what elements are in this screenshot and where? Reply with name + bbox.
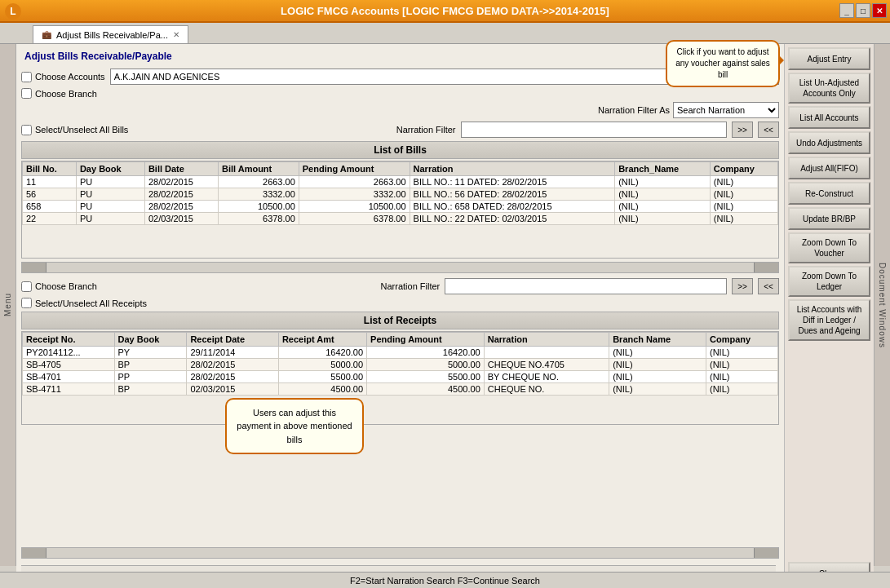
- bills-hscroll[interactable]: [21, 262, 779, 273]
- cell-narration: BILL NO.: 11 DATED: 28/02/2015: [410, 176, 615, 188]
- receipts-hscroll[interactable]: [21, 547, 779, 559]
- adjust-all-fifo-button[interactable]: Adjust All(FIFO): [788, 157, 870, 179]
- table-row[interactable]: PY2014112... PY 29/11/2014 16420.00 1642…: [23, 347, 778, 359]
- table-row[interactable]: SB-4711 BP 02/03/2015 4500.00 4500.00 CH…: [23, 383, 778, 396]
- cell-bill-amount: 6378.00: [218, 213, 299, 225]
- cell-receipt-no: SB-4701: [23, 371, 115, 383]
- list-all-accounts-button[interactable]: List All Accounts: [788, 106, 870, 129]
- cell-receipt-narration: [484, 347, 609, 359]
- col-pending-amount: Pending Amount: [299, 162, 410, 176]
- cell-bill-no: 22: [23, 213, 77, 225]
- cell-receipt-narration: CHEQUE NO.4705: [484, 359, 609, 371]
- cell-receipt-date: 02/03/2015: [187, 383, 278, 396]
- right-panel: Click if you want to adjust any voucher …: [784, 44, 874, 588]
- cell-narration: BILL NO.: 56 DATED: 28/02/2015: [410, 188, 615, 201]
- col-branch-name: Branch_Name: [615, 162, 711, 176]
- tab-close-button[interactable]: ✕: [173, 30, 179, 39]
- receipts-section-header: List of Receipts: [21, 312, 779, 329]
- select-unselect-receipts-checkbox[interactable]: [21, 298, 32, 308]
- choose-branch-checkbox-label[interactable]: Choose Branch: [21, 88, 97, 99]
- main-content: Adjust Bills Receivable/Payable Choose A…: [16, 44, 874, 588]
- cell-receipt-company: (NIL): [706, 383, 778, 396]
- receipts-table-scroll[interactable]: Receipt No. Day Book Receipt Date Receip…: [21, 331, 779, 425]
- close-window-button[interactable]: ✕: [872, 3, 887, 18]
- cell-pending-amount: 3332.00: [299, 188, 410, 201]
- choose-accounts-checkbox[interactable]: [21, 72, 32, 82]
- cell-company: (NIL): [710, 176, 777, 188]
- table-row[interactable]: SB-4705 BP 28/02/2015 5000.00 5000.00 CH…: [23, 359, 778, 371]
- narration-filter-input-bills[interactable]: [461, 122, 727, 138]
- choose-branch-checkbox[interactable]: [21, 88, 32, 99]
- cell-pending-amount: 6378.00: [299, 213, 410, 225]
- choose-accounts-checkbox-label[interactable]: Choose Accounts: [21, 72, 105, 82]
- select-unselect-bills-label[interactable]: Select/Unselect All Bills: [21, 125, 128, 135]
- select-unselect-receipts-label[interactable]: Select/Unselect All Receipts: [21, 298, 147, 308]
- cell-receipt-pending: 5500.00: [367, 371, 485, 383]
- cell-receipt-amt: 5500.00: [278, 371, 366, 383]
- receipts-choose-branch-checkbox[interactable]: [21, 281, 32, 292]
- cell-receipt-amt: 4500.00: [278, 383, 366, 396]
- title-bar: L LOGIC FMCG Accounts [LOGIC FMCG DEMO D…: [0, 0, 890, 23]
- narration-filter-label-receipts: Narration Filter: [381, 281, 441, 291]
- table-row[interactable]: SB-4701 PP 28/02/2015 5500.00 5500.00 BY…: [23, 371, 778, 383]
- cell-bill-amount: 10500.00: [218, 201, 299, 213]
- cell-bill-no: 56: [23, 188, 77, 201]
- right-sidebar: Document Windows: [874, 44, 890, 566]
- col-bill-date: Bill Date: [144, 162, 218, 176]
- window-title: LOGIC FMCG Accounts [LOGIC FMCG DEMO DAT…: [281, 5, 609, 17]
- narration-prev-btn-bills[interactable]: >>: [732, 122, 753, 138]
- update-br-bp-button[interactable]: Update BR/BP: [788, 207, 870, 230]
- re-construct-button[interactable]: Re-Construct: [788, 182, 870, 205]
- col-receipt-no: Receipt No.: [23, 333, 115, 347]
- narration-filter-label-bills: Narration Filter: [396, 125, 456, 135]
- col-receipt-narration: Narration: [484, 333, 609, 347]
- account-input[interactable]: [110, 69, 746, 85]
- cell-receipt-company: (NIL): [706, 371, 778, 383]
- cell-bill-amount: 2663.00: [218, 176, 299, 188]
- cell-receipt-daybook: PY: [114, 347, 187, 359]
- narration-filter-input-receipts[interactable]: [445, 278, 727, 294]
- tab-adjust-bills[interactable]: 💼 Adjust Bills Receivable/Pa... ✕: [33, 25, 188, 43]
- list-unadjusted-button[interactable]: List Un-Adjusted Accounts Only: [788, 73, 870, 104]
- select-unselect-bills-checkbox[interactable]: [21, 125, 32, 135]
- bills-table-scroll[interactable]: Bill No. Day Book Bill Date Bill Amount …: [21, 161, 779, 259]
- table-row[interactable]: 11 PU 28/02/2015 2663.00 2663.00 BILL NO…: [23, 176, 778, 188]
- col-receipt-pending: Pending Amount: [367, 333, 485, 347]
- cell-receipt-no: PY2014112...: [23, 347, 115, 359]
- zoom-down-voucher-button[interactable]: Zoom Down To Voucher: [788, 232, 870, 263]
- cell-receipt-daybook: BP: [114, 383, 187, 396]
- cell-bill-date: 28/02/2015: [144, 201, 218, 213]
- cell-day-book: PU: [76, 213, 144, 225]
- table-row[interactable]: 658 PU 28/02/2015 10500.00 10500.00 BILL…: [23, 201, 778, 213]
- cell-receipt-branch: (NIL): [609, 371, 706, 383]
- choose-branch-row: Choose Branch: [21, 88, 779, 99]
- cell-receipt-company: (NIL): [706, 359, 778, 371]
- table-row[interactable]: 56 PU 28/02/2015 3332.00 3332.00 BILL NO…: [23, 188, 778, 201]
- table-row[interactable]: 22 PU 02/03/2015 6378.00 6378.00 BILL NO…: [23, 213, 778, 225]
- zoom-down-ledger-button[interactable]: Zoom Down To Ledger: [788, 266, 870, 297]
- right-sidebar-label: Document Windows: [878, 263, 887, 348]
- left-panel: Adjust Bills Receivable/Payable Choose A…: [16, 44, 784, 588]
- status-bar-text: F2=Start Narration Search F3=Continue Se…: [350, 576, 540, 586]
- list-accounts-diff-label: List Accounts with Diff in Ledger / Dues…: [797, 304, 861, 336]
- narration-next-btn-bills[interactable]: <<: [758, 122, 779, 138]
- col-day-book: Day Book: [76, 162, 144, 176]
- undo-adjustments-button[interactable]: Undo Adjustments: [788, 131, 870, 154]
- narration-next-btn-receipts[interactable]: <<: [758, 278, 779, 294]
- col-receipt-company: Company: [706, 333, 778, 347]
- maximize-button[interactable]: □: [856, 3, 870, 18]
- cell-receipt-date: 28/02/2015: [187, 359, 278, 371]
- cell-branch: (NIL): [615, 188, 711, 201]
- adjust-entry-button[interactable]: Adjust Entry: [788, 47, 870, 70]
- cell-company: (NIL): [710, 201, 777, 213]
- narration-filter-as-select[interactable]: Search Narration: [673, 102, 779, 118]
- list-accounts-diff-button[interactable]: List Accounts with Diff in Ledger / Dues…: [788, 299, 870, 341]
- tooltip-balloon: Click if you want to adjust any voucher …: [666, 40, 780, 87]
- minimize-button[interactable]: _: [839, 3, 854, 18]
- narration-prev-btn-receipts[interactable]: >>: [732, 278, 753, 294]
- select-unselect-receipts-text: Select/Unselect All Receipts: [35, 298, 147, 308]
- cell-bill-no: 11: [23, 176, 77, 188]
- cell-receipt-narration: CHEQUE NO.: [484, 383, 609, 396]
- cell-receipt-daybook: BP: [114, 359, 187, 371]
- receipts-choose-branch-label[interactable]: Choose Branch: [21, 281, 97, 292]
